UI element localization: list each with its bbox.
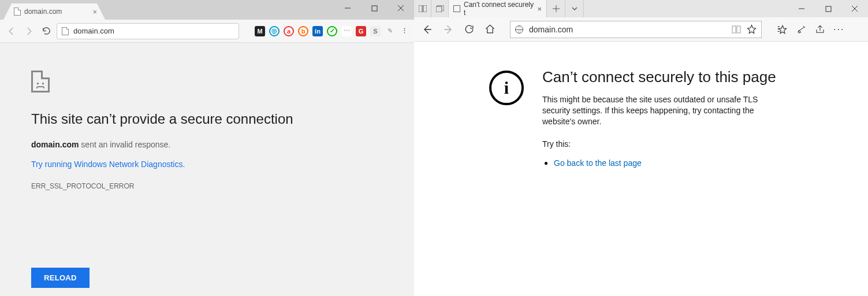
info-icon: i [489, 71, 524, 105]
tab-chevron-icon[interactable] [565, 0, 584, 17]
edge-suggestion-item: Go back to the last page [554, 158, 785, 168]
page-icon [14, 8, 21, 16]
extension-icon[interactable]: ⋯ [341, 26, 352, 36]
close-tab-icon[interactable]: × [92, 8, 97, 16]
minimize-button[interactable] [334, 0, 361, 16]
show-tab-previews-icon[interactable] [431, 0, 449, 17]
chrome-menu-icon[interactable]: ⋮ [399, 26, 409, 36]
edge-try-label: Try this: [542, 139, 785, 150]
chrome-error-page: This site can’t provide a secure connect… [0, 43, 414, 190]
edge-error-text: Can’t connect securely to this page This… [542, 68, 785, 168]
reload-icon[interactable] [39, 24, 53, 38]
close-window-button[interactable] [388, 0, 414, 16]
set-aside-tabs-icon[interactable] [414, 0, 431, 17]
extension-row: M ◎ a b in ✓ ⋯ G S ✎ ⋮ [255, 26, 409, 36]
svg-rect-4 [419, 5, 422, 12]
forward-button[interactable] [441, 22, 456, 37]
extension-icon[interactable]: ✎ [385, 26, 395, 36]
chrome-address-bar[interactable]: domain.com [57, 23, 239, 39]
page-icon [453, 5, 460, 12]
edge-window: Can't connect securely t × domain.com [414, 0, 868, 296]
edge-titlebar: Can't connect securely t × [414, 0, 868, 17]
svg-rect-5 [423, 5, 427, 12]
svg-rect-1 [372, 6, 377, 11]
reading-view-icon[interactable] [732, 25, 741, 34]
svg-rect-6 [436, 6, 442, 12]
extension-icon[interactable]: a [284, 26, 294, 36]
extension-icon[interactable]: M [255, 26, 265, 36]
back-button[interactable] [5, 24, 18, 38]
extension-icon[interactable]: ◎ [269, 26, 280, 36]
chrome-tab-title: domain.com [24, 8, 62, 16]
chrome-error-code: ERR_SSL_PROTOCOL_ERROR [31, 182, 414, 190]
edge-suggestions-list: Go back to the last page [542, 158, 785, 168]
extension-icon[interactable]: G [356, 26, 366, 36]
maximize-button[interactable] [361, 0, 388, 16]
edge-tab-actions-right [547, 0, 584, 17]
sad-page-icon [31, 71, 50, 92]
edge-error-body: This might be because the site uses outd… [542, 94, 785, 127]
favorite-star-icon[interactable] [747, 24, 757, 34]
edge-toolbar: domain.com ··· [414, 17, 868, 42]
edge-tab[interactable]: Can't connect securely t × [449, 0, 547, 17]
chrome-error-message: domain.com sent an invalid response. [31, 140, 414, 149]
globe-icon [515, 25, 523, 34]
diagnostics-link[interactable]: Try running Windows Network Diagnostics. [31, 160, 185, 169]
chrome-tab[interactable]: domain.com × [3, 3, 105, 20]
extension-icon[interactable]: ✓ [327, 26, 337, 36]
new-tab-button[interactable] [547, 0, 565, 17]
svg-rect-13 [732, 26, 736, 33]
refresh-button[interactable] [461, 22, 476, 37]
svg-rect-10 [826, 6, 831, 12]
edge-toolbar-right: ··· [777, 24, 844, 35]
notes-icon[interactable] [796, 24, 807, 35]
chrome-address-text: domain.com [73, 27, 114, 35]
minimize-button[interactable] [788, 0, 815, 17]
share-icon[interactable] [815, 24, 825, 35]
close-window-button[interactable] [841, 0, 868, 17]
reload-button[interactable]: RELOAD [31, 268, 90, 288]
chrome-error-suffix: sent an invalid response. [79, 140, 170, 149]
home-button[interactable] [482, 22, 497, 37]
edge-error-heading: Can’t connect securely to this page [542, 68, 785, 86]
chrome-tabstrip: domain.com × [0, 0, 414, 20]
address-bar-actions [732, 24, 757, 34]
edge-window-controls [788, 0, 868, 17]
svg-rect-14 [737, 26, 740, 33]
settings-more-icon[interactable]: ··· [833, 24, 844, 35]
extension-icon[interactable]: b [298, 26, 308, 36]
edge-address-text: domain.com [529, 25, 573, 34]
chrome-error-domain: domain.com [31, 140, 79, 149]
site-info-icon[interactable] [62, 27, 69, 35]
maximize-button[interactable] [815, 0, 841, 17]
extension-icon[interactable]: S [370, 26, 381, 36]
edge-tab-title: Can't connect securely t [464, 1, 537, 17]
chrome-toolbar: domain.com M ◎ a b in ✓ ⋯ G S ✎ ⋮ [0, 20, 414, 43]
favorites-hub-icon[interactable] [777, 24, 788, 35]
chrome-window-controls [334, 0, 414, 20]
chrome-error-heading: This site can’t provide a secure connect… [31, 111, 414, 127]
chrome-window: domain.com × domain.com M ◎ a b in ✓ ⋯ G… [0, 0, 414, 296]
back-button[interactable] [420, 22, 435, 37]
edge-tab-actions-left [414, 0, 449, 17]
forward-button[interactable] [22, 24, 36, 38]
go-back-link[interactable]: Go back to the last page [554, 158, 642, 168]
edge-address-bar[interactable]: domain.com [510, 21, 762, 38]
close-tab-icon[interactable]: × [537, 5, 542, 13]
edge-error-page: i Can’t connect securely to this page Th… [414, 42, 868, 168]
extension-icon[interactable]: in [312, 26, 323, 36]
